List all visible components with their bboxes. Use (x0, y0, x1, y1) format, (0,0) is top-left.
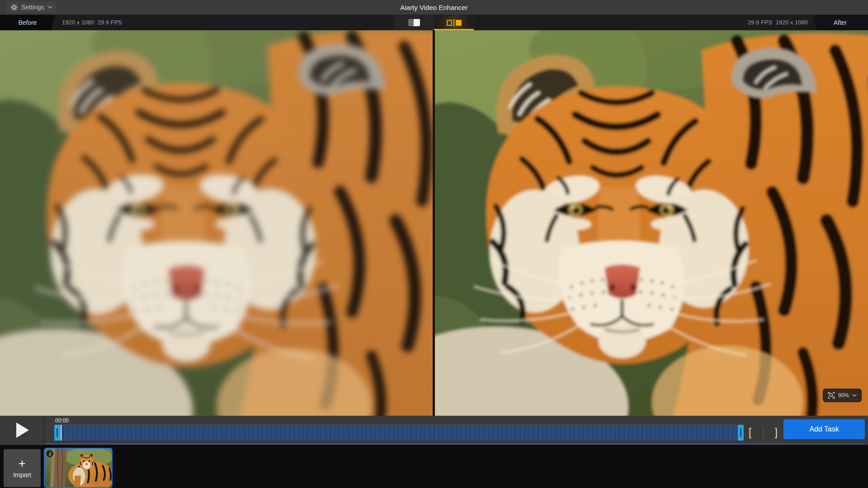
split-view-toggle-button[interactable] (434, 15, 474, 30)
import-label: Import (13, 471, 31, 479)
zoom-chevron-down-icon (852, 394, 857, 397)
timeline-scrollbar[interactable] (45, 443, 864, 444)
add-task-button[interactable]: Add Task (783, 419, 865, 439)
video-thumbnail[interactable] (44, 448, 113, 488)
preview-viewer: 90% (0, 30, 868, 416)
after-preview-pane[interactable] (435, 30, 868, 416)
before-resolution-fps: 868 x 488 29.9 FPS (62, 15, 122, 30)
current-time-label: 00:00 (55, 418, 69, 424)
settings-button[interactable]: Settings (6, 2, 57, 13)
trim-range-buttons: [ ] (749, 425, 778, 441)
zoom-level-control[interactable]: 90% (823, 389, 862, 402)
after-tiger-image (435, 30, 868, 416)
compare-bar: Before 868 x 488 29.9 FPS 29.9 FPS 192… (0, 15, 868, 30)
play-icon (16, 422, 29, 438)
zoom-level-value: 90% (838, 392, 849, 399)
tab-after[interactable]: After (812, 15, 868, 30)
chevron-down-icon (48, 6, 52, 9)
window-title: Aiarty Video Enhancer (0, 4, 868, 11)
player-bar: 00:00 [ ] Add Task (0, 416, 868, 445)
player-separator (44, 416, 45, 445)
title-bar: Settings Aiarty Video Enhancer (0, 0, 868, 15)
import-button[interactable]: + Import (4, 449, 41, 487)
trim-end-handle[interactable] (738, 425, 744, 441)
single-view-toggle-button[interactable] (394, 15, 434, 30)
before-preview-pane[interactable] (0, 30, 433, 416)
single-view-icon (408, 19, 420, 26)
gear-icon (11, 4, 18, 11)
settings-label: Settings (21, 4, 44, 11)
trim-dash-divider (763, 427, 764, 439)
before-tiger-image (0, 30, 433, 416)
play-button[interactable] (10, 420, 35, 441)
playhead[interactable] (61, 425, 61, 441)
info-icon[interactable]: i (46, 450, 53, 457)
zoom-magnifier-icon (828, 392, 835, 399)
tab-before[interactable]: Before (0, 15, 55, 30)
thumbnail-tiger-image (45, 449, 112, 487)
plus-icon: + (19, 458, 26, 470)
after-resolution-fps: 29.9 FPS 868 x 488 (748, 15, 808, 30)
set-trim-start-button[interactable]: [ (749, 427, 751, 438)
timeline-track[interactable] (54, 425, 744, 441)
view-mode-toggles (394, 15, 474, 30)
split-view-icon (447, 19, 462, 27)
media-strip: + Import i (0, 445, 868, 488)
trim-start-handle[interactable] (54, 425, 60, 441)
set-trim-end-button[interactable]: ] (775, 427, 778, 438)
